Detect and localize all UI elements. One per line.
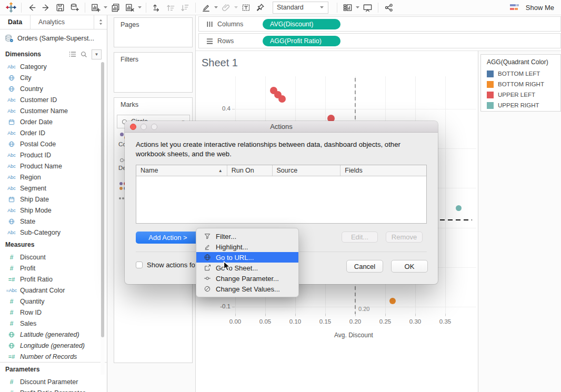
parameter-icon (203, 275, 211, 282)
edit-button[interactable]: Edit... (342, 232, 378, 243)
dialog-titlebar[interactable]: Actions (125, 121, 438, 133)
detail-button-icon (120, 158, 124, 162)
x-tick-label: 0.10 (285, 318, 306, 325)
menu-item-label: Change Parameter... (216, 275, 279, 283)
legend-swatch (487, 71, 494, 77)
legend-item-upper-right[interactable]: UPPER RIGHT (481, 100, 560, 110)
legend-item-bottom-right[interactable]: BOTTOM RIGHT (481, 79, 560, 89)
ok-button[interactable]: OK (391, 260, 428, 273)
actions-table-header: Name▲Run OnSourceFields (136, 165, 426, 176)
column-header-label: Run On (232, 167, 254, 174)
goto-sheet-icon (203, 264, 211, 272)
gridline (445, 76, 446, 316)
axis-tick (385, 314, 386, 316)
set-values-icon (203, 285, 211, 293)
menu-item-label: Filter... (216, 233, 236, 240)
axis-tick (265, 314, 266, 316)
close-button[interactable] (130, 124, 136, 130)
x-tick-label: 0.25 (375, 318, 396, 325)
menu-item-filter[interactable]: Filter... (196, 231, 298, 242)
axis-tick (445, 314, 446, 316)
scatter-mark-upper-left[interactable] (278, 95, 286, 103)
color-legend-dot (119, 182, 123, 185)
remove-button[interactable]: Remove (386, 232, 423, 243)
legend-title: AGG(Quadrant Color) (481, 55, 560, 68)
x-tick-label: 0.35 (435, 318, 456, 325)
sort-ascending-icon: ▲ (218, 168, 223, 173)
menu-item-go-to-url[interactable]: Go to URL... (196, 252, 298, 263)
legend-label: BOTTOM LEFT (498, 71, 540, 77)
menu-item-go-to-sheet[interactable]: Go to Sheet... (196, 263, 298, 273)
x-tick-label: 0.30 (405, 318, 426, 325)
y-tick-label: 0.4 (211, 105, 231, 112)
axis-tick (235, 314, 236, 316)
axis-tick (415, 314, 416, 316)
size-dot (119, 197, 121, 199)
show-actions-label: Show actions fo (147, 261, 195, 269)
y-tick-label: -0.1 (211, 303, 231, 309)
dialog-description: Actions let you create interactive relat… (136, 140, 428, 158)
column-header-name[interactable]: Name▲ (136, 165, 227, 176)
dialog-title: Actions (270, 123, 293, 130)
x-tick-label: 0.15 (315, 318, 336, 325)
menu-item-highlight[interactable]: Highlight... (196, 242, 298, 252)
reference-line-label: 0.20 (358, 306, 369, 312)
axis-tick (232, 307, 235, 307)
color-legend-dot (119, 187, 123, 190)
menu-item-change-parameter[interactable]: Change Parameter... (196, 273, 298, 284)
column-header-fields[interactable]: Fields (340, 165, 426, 176)
legend-swatch (487, 102, 494, 109)
x-axis-title: Avg. Discount (248, 331, 459, 339)
legend-item-upper-left[interactable]: UPPER LEFT (481, 89, 560, 100)
ok-label: OK (405, 263, 415, 270)
globe-icon (203, 254, 211, 261)
column-header-label: Source (277, 167, 298, 174)
scatter-mark-upper-right[interactable] (456, 205, 462, 211)
axis-tick (325, 314, 326, 316)
cancel-label: Cancel (354, 263, 375, 270)
axis-tick (295, 314, 296, 316)
add-action-menu: Filter...Highlight...Go to URL...Go to S… (196, 228, 299, 297)
column-header-source[interactable]: Source (273, 165, 341, 176)
legend-item-bottom-left[interactable]: BOTTOM LEFT (481, 68, 560, 79)
quadrant-color-legend[interactable]: AGG(Quadrant Color) BOTTOM LEFTBOTTOM RI… (480, 54, 561, 112)
cancel-button[interactable]: Cancel (346, 260, 383, 273)
sheet-title: Sheet 1 (202, 57, 238, 69)
zoom-button[interactable] (151, 124, 157, 130)
axis-tick (232, 109, 235, 109)
legend-label: BOTTOM RIGHT (498, 81, 544, 87)
add-action-label: Add Action > (148, 234, 187, 242)
x-tick-label: 0.05 (255, 318, 276, 325)
menu-item-change-set-values[interactable]: Change Set Values... (196, 284, 298, 294)
mouse-cursor (223, 261, 231, 272)
column-header-label: Name (141, 167, 158, 174)
edit-label: Edit... (351, 233, 368, 241)
column-header-label: Fields (345, 167, 362, 174)
x-tick-label: 0.20 (345, 318, 366, 325)
actions-table[interactable]: Name▲Run OnSourceFields (136, 165, 427, 224)
minimize-button[interactable] (141, 124, 147, 130)
menu-item-label: Go to Sheet... (216, 264, 258, 272)
size-dot (122, 197, 124, 199)
legend-label: UPPER LEFT (498, 92, 535, 98)
tableau-desktop-window: StandardShow Me Data Analytics Orders (S… (0, 0, 561, 392)
legend-swatch (487, 81, 494, 88)
legend-label: UPPER RIGHT (498, 102, 539, 108)
menu-item-label: Highlight... (216, 243, 248, 251)
x-tick-label: 0.00 (225, 318, 246, 325)
menu-item-label: Change Set Values... (216, 285, 280, 293)
remove-label: Remove (392, 233, 417, 241)
show-actions-checkbox[interactable] (136, 262, 143, 268)
scatter-mark-bottom-right[interactable] (389, 298, 396, 304)
highlight-icon (203, 243, 211, 250)
add-action-button[interactable]: Add Action > (136, 232, 200, 244)
legend-items: BOTTOM LEFTBOTTOM RIGHTUPPER LEFTUPPER R… (481, 68, 560, 110)
menu-item-label: Go to URL... (216, 254, 254, 262)
legend-swatch (487, 92, 494, 98)
color-button-dot (120, 133, 124, 136)
filter-icon (203, 233, 211, 240)
column-header-run-on[interactable]: Run On (227, 165, 273, 176)
